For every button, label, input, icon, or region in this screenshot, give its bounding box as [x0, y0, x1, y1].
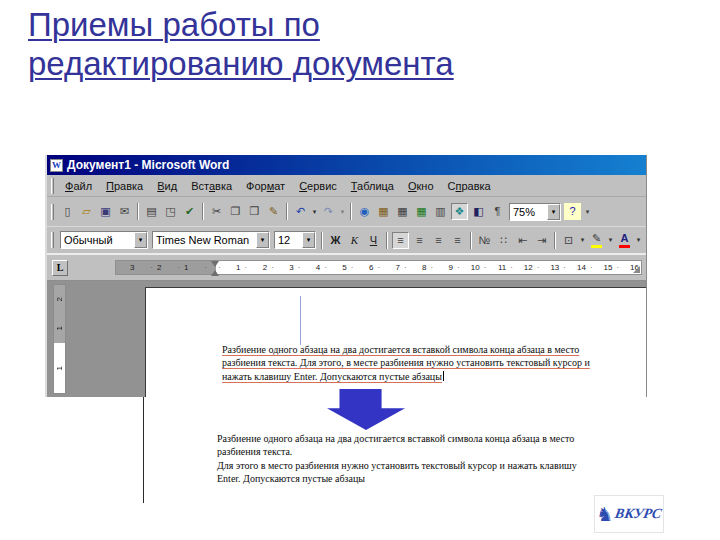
- redo-dropdown[interactable]: ▾: [338, 203, 347, 220]
- highlight-button[interactable]: ✎: [588, 232, 605, 249]
- font-size-combo[interactable]: 12 ▾: [274, 231, 316, 249]
- first-line-indent-icon[interactable]: [211, 261, 219, 267]
- open-folder-button[interactable]: ▱: [78, 203, 95, 220]
- ruler-number: ·8: [402, 263, 429, 272]
- tables-borders-icon: ▦: [378, 206, 388, 217]
- document-page[interactable]: [145, 287, 646, 397]
- right-indent-icon[interactable]: [633, 266, 640, 273]
- format-painter-icon: ✎: [269, 206, 278, 217]
- outside-border-button[interactable]: ⊡: [560, 232, 577, 249]
- hanging-indent-icon[interactable]: [211, 270, 219, 276]
- document-map-icon: ◧: [473, 206, 483, 217]
- align-justify-button[interactable]: ≡: [449, 232, 466, 249]
- font-value: Times New Roman: [153, 234, 252, 246]
- horizontal-ruler[interactable]: 3·2·1· ·1·2·3·4·5·6·7·8·9·10·11·12·13·14…: [115, 260, 642, 275]
- menu-bar: ФайлПравкаВидВставкаФорматСервисТаблицаО…: [47, 175, 646, 197]
- ruler-number: ·4: [296, 263, 323, 272]
- style-value: Обычный: [61, 234, 116, 246]
- bulleted-list-button[interactable]: ∷: [495, 232, 512, 249]
- font-color-button[interactable]: А: [616, 232, 633, 249]
- toolbar-options-button[interactable]: ▾: [583, 203, 592, 220]
- excel-worksheet-button[interactable]: ▦: [413, 203, 430, 220]
- bold-button[interactable]: Ж: [327, 232, 344, 249]
- undo-button[interactable]: ↶: [292, 203, 309, 220]
- cut-button[interactable]: ✂: [208, 203, 225, 220]
- vertical-ruler-page: 1: [54, 343, 65, 393]
- window-title-bar[interactable]: W Документ1 - Microsoft Word: [47, 155, 646, 175]
- increase-indent-button[interactable]: ⇥: [533, 232, 550, 249]
- outside-border-dropdown[interactable]: ▾: [578, 232, 587, 249]
- new-document-button[interactable]: ▯: [59, 203, 76, 220]
- menu-item[interactable]: Сервис: [292, 178, 344, 194]
- indent-marker[interactable]: [211, 261, 220, 276]
- toolbar-grip[interactable]: [51, 232, 54, 248]
- zoom-combo[interactable]: 75%▾: [509, 203, 561, 221]
- menu-item[interactable]: Вставка: [184, 178, 239, 194]
- toolbar-separator: [286, 203, 288, 220]
- menu-item[interactable]: Вид: [150, 178, 184, 194]
- align-right-button[interactable]: ≡: [430, 232, 447, 249]
- redo-button[interactable]: ↷: [320, 203, 337, 220]
- menu-item[interactable]: Формат: [239, 178, 292, 194]
- chevron-down-icon[interactable]: ▾: [256, 232, 269, 248]
- toolbar-grip[interactable]: [51, 204, 54, 220]
- save-button[interactable]: ▣: [97, 203, 114, 220]
- style-combo[interactable]: Обычный ▾: [60, 231, 148, 249]
- menu-item[interactable]: Окно: [401, 178, 441, 194]
- chevron-down-icon[interactable]: ▾: [302, 232, 315, 248]
- ruler-number: ·12: [508, 263, 535, 272]
- menu-item[interactable]: Справка: [441, 178, 498, 194]
- format-painter-button[interactable]: ✎: [265, 203, 282, 220]
- decrease-indent-button[interactable]: ⇤: [514, 232, 531, 249]
- font-color-dropdown[interactable]: ▾: [634, 232, 643, 249]
- tables-borders-button[interactable]: ▦: [375, 203, 392, 220]
- insert-hyperlink-button[interactable]: ◉: [356, 203, 373, 220]
- chevron-down-icon[interactable]: ▾: [134, 232, 147, 248]
- menu-item[interactable]: Правка: [99, 178, 150, 194]
- toolbar-separator: [137, 203, 139, 220]
- toolbar-grip[interactable]: [51, 178, 54, 194]
- numbered-list-button[interactable]: №: [476, 232, 493, 249]
- document-map-button[interactable]: ◧: [470, 203, 487, 220]
- tab-selector-button[interactable]: L: [52, 260, 68, 276]
- formatting-toolbar-items: ЖКЧ≡≡≡≡№∷⇤⇥⊡▾✎▾А▾: [326, 232, 643, 249]
- help-button[interactable]: ?: [564, 203, 581, 220]
- undo-dropdown[interactable]: ▾: [310, 203, 319, 220]
- copy-button[interactable]: ❐: [227, 203, 244, 220]
- align-center-button[interactable]: ≡: [411, 232, 428, 249]
- cut-icon: ✂: [212, 206, 221, 217]
- align-left-button[interactable]: ≡: [392, 232, 409, 249]
- highlight-color-bar: [591, 245, 602, 248]
- show-paragraph-button[interactable]: ¶: [489, 203, 506, 220]
- vertical-ruler[interactable]: 21 1: [53, 284, 66, 394]
- copy-icon: ❐: [231, 206, 241, 217]
- print-preview-button[interactable]: ◳: [162, 203, 179, 220]
- ruler-positive: ·1·2·3·4·5·6·7·8·9·10·11·12·13·14·15·16: [216, 261, 641, 274]
- font-combo[interactable]: Times New Roman ▾: [152, 231, 270, 249]
- insert-table-button[interactable]: ▦: [394, 203, 411, 220]
- open-folder-icon: ▱: [82, 206, 90, 217]
- ruler-number: ·10: [455, 263, 482, 272]
- menu-item[interactable]: Файл: [58, 178, 99, 194]
- spelling-button[interactable]: ✔: [181, 203, 198, 220]
- italic-button[interactable]: К: [346, 232, 363, 249]
- highlight-dropdown[interactable]: ▾: [606, 232, 615, 249]
- paste-button[interactable]: ❒: [246, 203, 263, 220]
- mail-button[interactable]: ✉: [116, 203, 133, 220]
- toolbar-separator: [470, 232, 472, 249]
- mail-icon: ✉: [120, 206, 129, 217]
- print-button[interactable]: ▤: [143, 203, 160, 220]
- ruler-number: ·13: [535, 263, 562, 272]
- columns-button[interactable]: ▥: [432, 203, 449, 220]
- insert-hyperlink-icon: ◉: [360, 206, 370, 217]
- toolbar-separator: [350, 203, 352, 220]
- ruler-number: 3·: [128, 263, 155, 272]
- underline-button[interactable]: Ч: [365, 232, 382, 249]
- numbered-list-icon: №: [479, 235, 491, 246]
- drawing-button[interactable]: ❖: [451, 203, 468, 220]
- ruler-number: ·9: [429, 263, 456, 272]
- chevron-down-icon[interactable]: ▾: [547, 204, 560, 220]
- align-left-icon: ≡: [397, 235, 403, 246]
- menu-item[interactable]: Таблица: [344, 178, 401, 194]
- slide-title: Приемы работы по редактированию документ…: [28, 5, 454, 83]
